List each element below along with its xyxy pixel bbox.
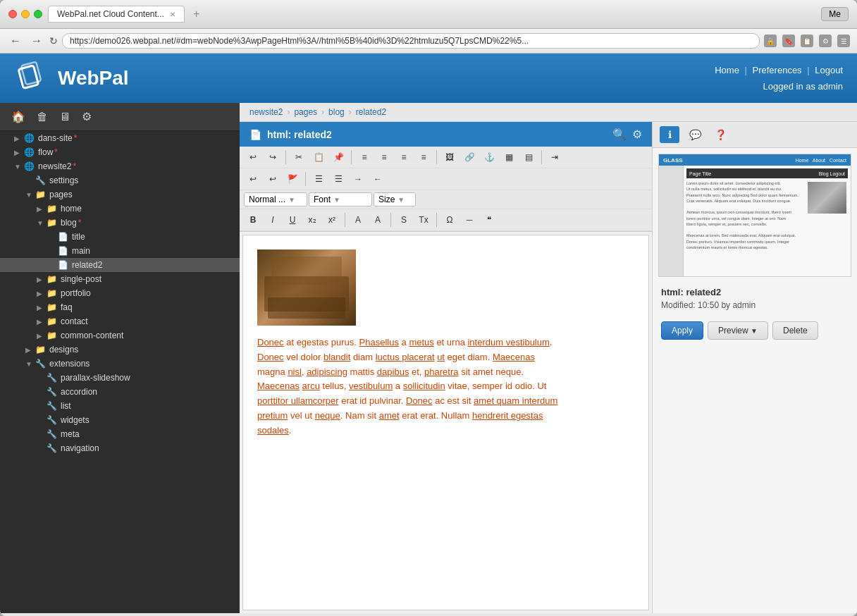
- highlight-btn[interactable]: A: [369, 211, 387, 228]
- align-justify-btn[interactable]: ≡: [414, 149, 433, 166]
- browser-tab[interactable]: WebPal.net Cloud Content... ✕: [48, 6, 185, 23]
- sidebar-item-flow[interactable]: ▶ 🌐 flow *: [0, 145, 240, 159]
- sidebar-item-newsite2[interactable]: ▼ 🌐 newsite2 *: [0, 159, 240, 173]
- specialchar-btn[interactable]: Ω: [440, 211, 459, 228]
- align-left-btn[interactable]: ≡: [355, 149, 374, 166]
- font-dropdown[interactable]: Font ▼: [309, 192, 372, 207]
- sidebar-item-home[interactable]: ▶ 📁 home: [0, 202, 240, 216]
- preferences-link[interactable]: Preferences: [753, 65, 802, 75]
- font-color-btn[interactable]: A: [349, 211, 367, 228]
- sidebar-item-meta[interactable]: 🔧 meta: [0, 427, 240, 441]
- editor-header-icons: 🔍 ⚙: [612, 128, 642, 141]
- blockquote-btn[interactable]: ❝: [480, 211, 498, 228]
- indent-btn[interactable]: →: [349, 171, 367, 187]
- breadcrumb-related2[interactable]: related2: [356, 107, 386, 117]
- side-panel-tabs: ℹ 💬 ❓: [653, 122, 857, 148]
- removeformat-btn[interactable]: Tx: [414, 211, 433, 228]
- flag-btn[interactable]: 🚩: [283, 171, 302, 187]
- sidebar-trash-icon[interactable]: 🗑: [34, 109, 51, 125]
- sidebar-item-common-content[interactable]: ▶ 📁 common-content: [0, 328, 240, 343]
- sidebar-item-contact[interactable]: ▶ 📁 contact: [0, 314, 240, 328]
- url-bar[interactable]: [62, 33, 760, 49]
- table-col-btn[interactable]: ▦: [500, 149, 518, 166]
- me-button[interactable]: Me: [821, 7, 849, 21]
- extension-icon-4[interactable]: ⚙: [819, 35, 832, 47]
- link-btn[interactable]: 🔗: [460, 149, 479, 166]
- sidebar-item-portfolio[interactable]: ▶ 📁 portfolio: [0, 286, 240, 300]
- strikethrough-btn[interactable]: S: [395, 211, 413, 228]
- refresh-icon[interactable]: ↻: [49, 35, 58, 47]
- sidebar-item-list[interactable]: 🔧 list: [0, 399, 240, 413]
- undo-btn[interactable]: ↩: [244, 149, 262, 166]
- delete-button[interactable]: Delete: [772, 321, 818, 340]
- sidebar-item-extensions[interactable]: ▼ 🔧 extensions: [0, 357, 240, 371]
- sidebar-item-related2[interactable]: 📄 related2: [0, 258, 240, 272]
- align-right-btn[interactable]: ≡: [395, 149, 413, 166]
- sidebar-item-settings[interactable]: 🔧 settings: [0, 173, 240, 187]
- paragraph-style-dropdown[interactable]: Normal ... ▼: [244, 192, 307, 207]
- sidebar-item-single-post[interactable]: ▶ 📁 single-post: [0, 272, 240, 286]
- sidebar-item-designs[interactable]: ▶ 📁 designs: [0, 343, 240, 357]
- superscript-btn[interactable]: x²: [323, 211, 341, 228]
- apply-button[interactable]: Apply: [661, 321, 703, 340]
- side-tab-comment[interactable]: 💬: [685, 126, 705, 143]
- source-btn[interactable]: ↩: [244, 171, 262, 187]
- search-icon[interactable]: 🔍: [612, 128, 627, 141]
- back-btn[interactable]: ←: [7, 33, 24, 49]
- preview-btn[interactable]: ↩: [264, 171, 282, 187]
- sidebar-item-widgets[interactable]: 🔧 widgets: [0, 413, 240, 427]
- extension-icon-2[interactable]: 🔖: [782, 35, 795, 47]
- align-center-btn[interactable]: ≡: [375, 149, 393, 166]
- logout-link[interactable]: Logout: [815, 65, 843, 75]
- toolbar-row-4: B I U x₂ x² A A S Tx: [240, 209, 652, 231]
- sidebar-item-parallax-slideshow[interactable]: 🔧 parallax-slideshow: [0, 371, 240, 385]
- sidebar-item-blog[interactable]: ▼ 📁 blog *: [0, 216, 240, 230]
- sidebar-item-navigation[interactable]: 🔧 navigation: [0, 441, 240, 455]
- sidebar-item-faq[interactable]: ▶ 📁 faq: [0, 300, 240, 314]
- sidebar-item-pages[interactable]: ▼ 📁 pages: [0, 187, 240, 202]
- subscript-btn[interactable]: x₂: [303, 211, 321, 228]
- tab-close-btn[interactable]: ✕: [170, 11, 175, 18]
- bold-btn[interactable]: B: [244, 211, 262, 228]
- close-window-btn[interactable]: [8, 10, 17, 18]
- anchor-btn[interactable]: ⚓: [480, 149, 498, 166]
- redo-btn[interactable]: ↪: [264, 149, 282, 166]
- preview-button[interactable]: Preview ▼: [708, 321, 768, 340]
- settings-icon[interactable]: ⚙: [632, 128, 642, 141]
- minimize-window-btn[interactable]: [21, 10, 30, 18]
- side-tab-help[interactable]: ❓: [710, 126, 730, 143]
- table-row-btn[interactable]: ▤: [519, 149, 538, 166]
- sidebar-item-dans-site[interactable]: ▶ 🌐 dans-site *: [0, 131, 240, 145]
- list-ol-btn[interactable]: ☰: [329, 171, 347, 187]
- copy-btn[interactable]: 📋: [309, 149, 328, 166]
- editor-content-area[interactable]: Donec at egestas purus. Phasellus a metu…: [242, 235, 649, 610]
- new-tab-btn[interactable]: +: [190, 8, 202, 20]
- image-btn[interactable]: 🖼: [440, 149, 459, 166]
- sidebar-home-icon[interactable]: 🏠: [8, 109, 28, 125]
- menu-icon[interactable]: ☰: [837, 35, 850, 47]
- breadcrumb-newsite2[interactable]: newsite2: [249, 107, 283, 117]
- sidebar-settings-icon[interactable]: ⚙: [79, 109, 94, 125]
- hr-btn[interactable]: ─: [460, 211, 479, 228]
- maximize-window-btn[interactable]: [34, 10, 42, 18]
- side-tab-info[interactable]: ℹ: [660, 126, 679, 143]
- breadcrumb-blog[interactable]: blog: [328, 107, 345, 117]
- cut-btn[interactable]: ✂: [290, 149, 308, 166]
- fullscreen-btn[interactable]: ⇥: [545, 149, 564, 166]
- paste-btn[interactable]: 📌: [329, 149, 347, 166]
- sidebar-monitor-icon[interactable]: 🖥: [56, 109, 73, 125]
- breadcrumb-pages[interactable]: pages: [294, 107, 317, 117]
- extension-icon-1[interactable]: 🔒: [764, 35, 777, 47]
- page-icon: 📄: [58, 246, 69, 256]
- extension-icon-3[interactable]: 📋: [801, 35, 813, 47]
- list-ul-btn[interactable]: ☰: [309, 171, 328, 187]
- size-dropdown[interactable]: Size ▼: [374, 192, 416, 207]
- outdent-btn[interactable]: ←: [369, 171, 387, 187]
- sidebar-item-accordion[interactable]: 🔧 accordion: [0, 385, 240, 399]
- underline-btn[interactable]: U: [283, 211, 302, 228]
- home-link[interactable]: Home: [715, 65, 739, 75]
- sidebar-item-title[interactable]: 📄 title: [0, 230, 240, 244]
- forward-btn[interactable]: →: [28, 33, 45, 49]
- sidebar-item-main[interactable]: 📄 main: [0, 244, 240, 258]
- italic-btn[interactable]: I: [264, 211, 282, 228]
